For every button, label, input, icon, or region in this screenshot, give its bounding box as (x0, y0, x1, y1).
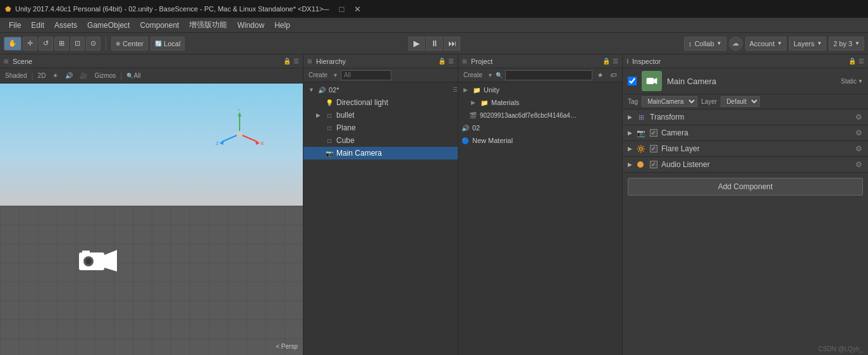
close-button[interactable]: ✕ (354, 4, 361, 14)
flarelayer-checkbox[interactable]: ✓ (650, 145, 657, 153)
layer-dropdown[interactable]: Default (721, 96, 760, 107)
project-item-scene02[interactable]: 🔊 02 (458, 121, 622, 134)
menu-edit[interactable]: Edit (26, 20, 49, 31)
project-favorite-icon[interactable]: ★ (595, 70, 606, 80)
component-camera-header[interactable]: ▶ 📷 ✓ Camera ⚙ (623, 125, 868, 140)
hierarchy-menu-icon[interactable]: ☰ (448, 58, 454, 65)
svg-text:X: X (260, 140, 264, 146)
hierarchy-content: ▼ 🔊 02* ☰ 💡 Directional light ▶ □ bullet… (303, 82, 458, 355)
scene-viewport[interactable]: Y X Z < Persp (0, 84, 303, 355)
inspector-menu-icon[interactable]: ☰ (859, 58, 864, 65)
svg-point-6 (236, 131, 243, 137)
minimize-button[interactable]: ─ (323, 4, 329, 14)
2d-button[interactable]: 2D (35, 71, 49, 80)
menu-gameobject[interactable]: GameObject (82, 20, 135, 31)
scene-lock-icon[interactable]: 🔒 (283, 58, 291, 65)
transform-center-button[interactable]: ⊕ Center (111, 37, 148, 51)
transform-local-button[interactable]: 🔄 Local (150, 37, 185, 51)
project-lock-icon[interactable]: 🔒 (602, 58, 610, 65)
project-item-label-materials: Materials (491, 99, 520, 106)
transform-settings-icon[interactable]: ⚙ (854, 113, 863, 121)
menu-assets[interactable]: Assets (49, 20, 82, 31)
project-create-button[interactable]: Create (461, 70, 485, 80)
transform-tool[interactable]: ⊙ (86, 37, 101, 51)
plane-icon: □ (325, 123, 334, 132)
audio-button[interactable]: 🔊 (63, 71, 75, 80)
hierarchy-search-input[interactable] (341, 70, 391, 80)
lighting-button[interactable]: ☀ (50, 71, 61, 80)
maximize-button[interactable]: □ (339, 4, 345, 14)
scene-panel-header: ⊞ Scene 🔒 ☰ (0, 54, 303, 68)
menu-window[interactable]: Window (232, 20, 269, 31)
component-audiolistener-header[interactable]: ▶ ✓ Audio Listener ⚙ (623, 157, 868, 172)
menu-enhanced[interactable]: 增强版功能 (184, 18, 232, 32)
project-menu-icon[interactable]: ☰ (613, 58, 618, 65)
scene-menu-icon[interactable]: ☰ (293, 58, 299, 65)
inspector-active-checkbox[interactable] (628, 77, 637, 85)
component-transform: ▶ ⊞ Transform ⚙ (623, 109, 868, 125)
move-tool[interactable]: ✛ (23, 37, 37, 51)
tag-dropdown[interactable]: MainCamera (642, 96, 697, 107)
camera-settings-icon[interactable]: ⚙ (854, 128, 863, 137)
hierarchy-create-button[interactable]: Create (306, 70, 330, 80)
hierarchy-scene-root[interactable]: ▼ 🔊 02* ☰ (303, 84, 458, 96)
svg-text:Y: Y (237, 109, 241, 112)
hierarchy-item-maincamera[interactable]: 📷 Main Camera (303, 147, 458, 159)
scene-root-label: 02* (329, 86, 339, 94)
hand-tool[interactable]: ✋ (4, 37, 21, 51)
rotate-tool[interactable]: ↺ (39, 37, 53, 51)
add-component-button[interactable]: Add Component (628, 178, 863, 196)
shading-button[interactable]: Shaded (3, 71, 29, 80)
menu-component[interactable]: Component (135, 20, 184, 31)
hierarchy-lock-icon[interactable]: 🔒 (438, 58, 446, 65)
hierarchy-grid-icon: ⊞ (307, 58, 312, 65)
rect-tool[interactable]: ⊡ (70, 37, 85, 51)
component-transform-header[interactable]: ▶ ⊞ Transform ⚙ (623, 109, 868, 125)
svg-marker-1 (238, 112, 241, 116)
audiolistener-settings-icon[interactable]: ⚙ (854, 160, 863, 169)
scale-tool[interactable]: ⊞ (54, 37, 69, 51)
transform-actions: ⚙ (854, 113, 863, 121)
hierarchy-item-bullet[interactable]: ▶ □ bullet (303, 109, 458, 121)
camera-name: Camera (661, 128, 850, 137)
cube-icon: □ (325, 136, 334, 145)
project-tag-icon[interactable]: 🏷 (608, 70, 620, 80)
scene-grid-floor (0, 206, 303, 355)
window-controls[interactable]: ─ □ ✕ (323, 4, 361, 14)
unity-folder-icon: 📁 (472, 85, 481, 94)
flarelayer-settings-icon[interactable]: ⚙ (854, 144, 863, 153)
step-button[interactable]: ⏭ (444, 37, 460, 51)
component-flarelayer-header[interactable]: ▶ 🔆 ✓ Flare Layer ⚙ (623, 141, 868, 156)
inspector-object-name: Main Camera (667, 77, 836, 86)
svg-marker-5 (219, 140, 224, 145)
menu-file[interactable]: File (4, 20, 26, 31)
account-button[interactable]: Account ▼ (745, 37, 787, 51)
layers-button[interactable]: Layers ▼ (789, 37, 826, 51)
play-controls: ▶ ⏸ ⏭ (408, 37, 460, 51)
hierarchy-item-directionallight[interactable]: 💡 Directional light (303, 96, 458, 109)
project-search-input[interactable] (505, 70, 592, 80)
project-item-newmaterial[interactable]: 🔵 New Material (458, 134, 622, 147)
all-filter-button[interactable]: 🔍All (124, 71, 143, 80)
menu-help[interactable]: Help (269, 20, 295, 31)
hierarchy-item-cube[interactable]: □ Cube (303, 134, 458, 147)
gizmos-button[interactable]: Gizmos (92, 71, 118, 80)
transform-expand-icon: ▶ (628, 114, 632, 120)
cloud-button[interactable]: ☁ (729, 37, 743, 51)
project-item-materials[interactable]: ▶ 📁 Materials (458, 96, 622, 109)
inspector-tags-row: Tag MainCamera Layer Default (623, 94, 868, 109)
audiolistener-comp-icon (636, 159, 646, 170)
project-item-unity[interactable]: ▶ 📁 Unity (458, 84, 622, 96)
audiolistener-checkbox[interactable]: ✓ (650, 161, 657, 168)
play-button[interactable]: ▶ (408, 37, 425, 51)
inspector-lock-icon[interactable]: 🔒 (848, 58, 856, 65)
pause-button[interactable]: ⏸ (426, 37, 443, 51)
hierarchy-item-plane[interactable]: □ Plane (303, 121, 458, 134)
inspector-header-bar: ℹ Inspector 🔒 ☰ (623, 54, 868, 68)
camera-checkbox[interactable]: ✓ (650, 129, 657, 137)
layer-label: Layer (701, 98, 717, 105)
fx-button[interactable]: 🎥 (77, 71, 90, 80)
project-item-asset[interactable]: 🎬 90209913aac6df7e8cbcf4146a4… (458, 109, 622, 121)
layout-button[interactable]: 2 by 3 ▼ (829, 37, 864, 51)
collab-button[interactable]: ↕ Collab ▼ (684, 37, 726, 51)
